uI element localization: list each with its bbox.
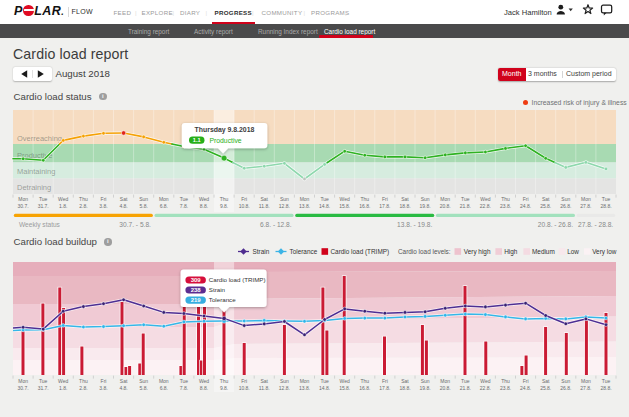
- svg-text:Fri: Fri: [523, 196, 529, 202]
- svg-text:309: 309: [191, 277, 202, 283]
- svg-text:7.8.: 7.8.: [180, 203, 188, 209]
- svg-text:16.8.: 16.8.: [359, 385, 370, 391]
- svg-text:19.8.: 19.8.: [420, 385, 431, 391]
- svg-text:Fri: Fri: [241, 196, 247, 202]
- svg-text:24.8.: 24.8.: [520, 385, 531, 391]
- svg-text:11.8.: 11.8.: [259, 203, 270, 209]
- svg-text:28.8.: 28.8.: [600, 203, 611, 209]
- svg-text:30.7.: 30.7.: [18, 203, 29, 209]
- svg-text:Mon: Mon: [18, 378, 28, 384]
- svg-text:10.8.: 10.8.: [239, 385, 250, 391]
- svg-text:8.8.: 8.8.: [200, 385, 208, 391]
- svg-text:2.8.: 2.8.: [79, 203, 87, 209]
- svg-text:Sun: Sun: [280, 378, 289, 384]
- svg-text:Strain: Strain: [209, 286, 226, 293]
- svg-text:Productive: Productive: [210, 137, 242, 144]
- svg-text:4.8.: 4.8.: [119, 385, 127, 391]
- svg-text:Sat: Sat: [120, 196, 128, 202]
- svg-text:Cardio load (TRIMP): Cardio load (TRIMP): [209, 276, 266, 283]
- svg-text:13.8.: 13.8.: [299, 203, 310, 209]
- svg-text:Tue: Tue: [320, 378, 329, 384]
- svg-text:Fri: Fri: [382, 378, 388, 384]
- svg-text:15.8.: 15.8.: [339, 385, 350, 391]
- svg-text:31.7.: 31.7.: [38, 203, 49, 209]
- svg-text:Tolerance: Tolerance: [209, 296, 236, 303]
- svg-text:Weekly status: Weekly status: [19, 221, 61, 229]
- svg-text:Tue: Tue: [39, 378, 48, 384]
- svg-text:Tue: Tue: [461, 196, 470, 202]
- svg-text:Wed: Wed: [480, 378, 490, 384]
- svg-text:Mon: Mon: [159, 378, 169, 384]
- svg-text:5.8.: 5.8.: [140, 385, 148, 391]
- svg-text:30.7. - 5.8.: 30.7. - 5.8.: [119, 221, 151, 228]
- svg-text:11.8.: 11.8.: [259, 385, 270, 391]
- svg-text:6.8.: 6.8.: [160, 203, 168, 209]
- svg-text:Fri: Fri: [101, 196, 107, 202]
- svg-text:Thu: Thu: [360, 196, 369, 202]
- svg-text:12.8.: 12.8.: [279, 203, 290, 209]
- svg-text:Sat: Sat: [401, 378, 409, 384]
- svg-text:27.8.: 27.8.: [580, 203, 591, 209]
- svg-text:Sat: Sat: [260, 378, 268, 384]
- svg-text:Mon: Mon: [440, 196, 450, 202]
- svg-text:Tue: Tue: [461, 378, 470, 384]
- svg-text:Tue: Tue: [39, 196, 48, 202]
- svg-text:6.8. - 12.8.: 6.8. - 12.8.: [260, 221, 292, 228]
- svg-text:Detraining: Detraining: [17, 183, 51, 192]
- svg-text:23.8.: 23.8.: [500, 203, 511, 209]
- svg-text:Sat: Sat: [401, 196, 409, 202]
- svg-text:Sun: Sun: [139, 378, 148, 384]
- svg-text:Thu: Thu: [501, 378, 510, 384]
- svg-text:Mon: Mon: [159, 196, 169, 202]
- svg-text:Mon: Mon: [581, 196, 591, 202]
- svg-text:20.8.: 20.8.: [440, 385, 451, 391]
- svg-text:Mon: Mon: [300, 378, 310, 384]
- svg-text:1.8.: 1.8.: [59, 203, 67, 209]
- svg-text:18.8.: 18.8.: [399, 203, 410, 209]
- svg-text:30.7.: 30.7.: [18, 385, 29, 391]
- svg-text:22.8.: 22.8.: [480, 385, 491, 391]
- svg-text:Fri: Fri: [241, 378, 247, 384]
- svg-text:Tue: Tue: [180, 378, 189, 384]
- svg-text:9.8.: 9.8.: [220, 203, 228, 209]
- svg-text:17.8.: 17.8.: [379, 203, 390, 209]
- svg-text:4.8.: 4.8.: [119, 203, 127, 209]
- svg-text:Sun: Sun: [421, 196, 430, 202]
- svg-text:25.8.: 25.8.: [540, 385, 551, 391]
- svg-text:26.8.: 26.8.: [560, 203, 571, 209]
- svg-text:1.8.: 1.8.: [59, 385, 67, 391]
- svg-text:Sun: Sun: [139, 196, 148, 202]
- svg-text:Thu: Thu: [220, 196, 229, 202]
- svg-text:Thu: Thu: [360, 378, 369, 384]
- svg-text:31.7.: 31.7.: [38, 385, 49, 391]
- svg-text:Tue: Tue: [320, 196, 329, 202]
- svg-text:3.8.: 3.8.: [99, 203, 107, 209]
- svg-text:1.1: 1.1: [193, 137, 201, 143]
- svg-text:Sun: Sun: [561, 196, 570, 202]
- svg-text:5.8.: 5.8.: [140, 203, 148, 209]
- svg-text:Wed: Wed: [480, 196, 490, 202]
- svg-text:Overreaching: Overreaching: [17, 134, 62, 143]
- svg-text:13.8.: 13.8.: [299, 385, 310, 391]
- svg-text:Fri: Fri: [523, 378, 529, 384]
- svg-text:28.8.: 28.8.: [600, 385, 611, 391]
- svg-text:Fri: Fri: [382, 196, 388, 202]
- svg-text:18.8.: 18.8.: [399, 385, 410, 391]
- svg-text:16.8.: 16.8.: [359, 203, 370, 209]
- svg-text:Sat: Sat: [120, 378, 128, 384]
- svg-text:14.8.: 14.8.: [319, 385, 330, 391]
- svg-text:10.8.: 10.8.: [239, 203, 250, 209]
- svg-text:Sat: Sat: [542, 196, 550, 202]
- svg-text:23.8.: 23.8.: [500, 385, 511, 391]
- svg-text:Sun: Sun: [280, 196, 289, 202]
- svg-text:25.8.: 25.8.: [540, 203, 551, 209]
- svg-text:Mon: Mon: [18, 196, 28, 202]
- svg-text:19.8.: 19.8.: [420, 203, 431, 209]
- svg-text:Tue: Tue: [602, 196, 611, 202]
- svg-text:Sat: Sat: [260, 196, 268, 202]
- svg-text:Thu: Thu: [220, 378, 229, 384]
- svg-text:Maintaining: Maintaining: [17, 167, 55, 176]
- svg-text:22.8.: 22.8.: [480, 203, 491, 209]
- svg-text:Sun: Sun: [561, 378, 570, 384]
- svg-text:219: 219: [191, 297, 202, 303]
